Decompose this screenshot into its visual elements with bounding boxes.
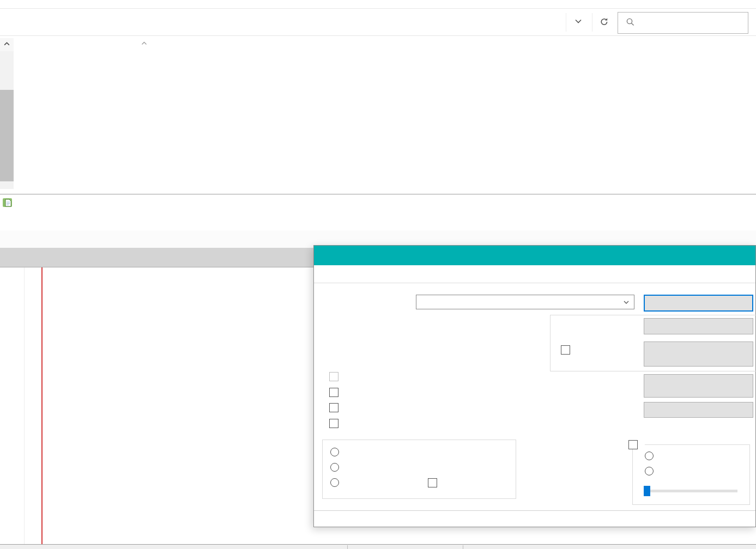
- sort-ascending-icon: [141, 38, 148, 48]
- in-selection-checkbox[interactable]: [561, 345, 574, 355]
- transparency-checkbox[interactable]: [628, 440, 645, 449]
- checkbox-box: [561, 345, 570, 355]
- find-dialog-titlebar[interactable]: [314, 246, 755, 265]
- screenshot-stage: [0, 0, 756, 549]
- file-explorer-window: [0, 0, 756, 195]
- find-status-message: [314, 510, 755, 527]
- mode-extended-radio[interactable]: [330, 463, 343, 472]
- scrollbar-thumb[interactable]: [0, 90, 14, 181]
- search-input[interactable]: [618, 12, 748, 34]
- count-button[interactable]: [644, 318, 753, 334]
- radio-circle: [645, 467, 654, 475]
- search-mode-groupbox: [322, 440, 516, 499]
- dot-matches-newline-checkbox[interactable]: [428, 478, 441, 487]
- statusbar-separator: [347, 545, 348, 549]
- notepadpp-status-bar: [0, 544, 756, 549]
- transparency-groupbox: [632, 444, 750, 505]
- statusbar-separator: [463, 545, 463, 549]
- transparency-slider[interactable]: [644, 490, 737, 492]
- checkbox-box: [329, 419, 338, 428]
- transparency-on-focus-loss-radio[interactable]: [645, 452, 658, 460]
- mode-regex-radio[interactable]: [330, 478, 343, 487]
- whole-word-checkbox[interactable]: [329, 388, 343, 397]
- explorer-ribbon: [0, 0, 756, 9]
- notepadpp-icon: [2, 197, 13, 210]
- checkbox-box: [329, 388, 338, 397]
- find-next-button[interactable]: [644, 295, 753, 312]
- search-icon: [626, 17, 635, 28]
- match-case-checkbox[interactable]: [329, 403, 343, 412]
- checkbox-box: [329, 372, 338, 381]
- gutter-separator: [24, 267, 25, 549]
- address-dropdown-button[interactable]: [566, 13, 590, 32]
- notepadpp-titlebar: [0, 194, 756, 213]
- transparency-always-radio[interactable]: [645, 467, 658, 475]
- find-all-opened-files-button[interactable]: [644, 374, 753, 398]
- refresh-button[interactable]: [592, 13, 615, 32]
- backward-search-checkbox: [329, 372, 343, 381]
- refresh-icon: [600, 17, 609, 28]
- radio-circle: [330, 478, 339, 487]
- checkbox-box: [428, 478, 437, 487]
- explorer-address-bar: [0, 9, 756, 36]
- find-dialog: [313, 245, 756, 527]
- find-target-combobox[interactable]: [416, 295, 634, 309]
- combobox-chevron-icon[interactable]: [622, 298, 630, 308]
- editor-margin-line: [41, 267, 43, 549]
- chevron-up-icon: [3, 40, 10, 50]
- radio-circle: [330, 448, 339, 456]
- mode-normal-radio[interactable]: [330, 448, 343, 456]
- find-dialog-tabs: [314, 267, 755, 283]
- checkbox-box: [329, 403, 338, 412]
- cancel-button[interactable]: [644, 402, 753, 418]
- transparency-slider-thumb[interactable]: [644, 486, 650, 496]
- radio-circle: [330, 463, 339, 472]
- checkbox-box: [628, 440, 638, 449]
- chevron-down-icon: [574, 17, 583, 28]
- find-all-current-file-button[interactable]: [644, 341, 753, 367]
- radio-circle: [645, 452, 654, 460]
- explorer-scrollbar[interactable]: [0, 38, 14, 189]
- wrap-around-checkbox[interactable]: [329, 419, 343, 428]
- scrollbar-up-button[interactable]: [0, 38, 14, 51]
